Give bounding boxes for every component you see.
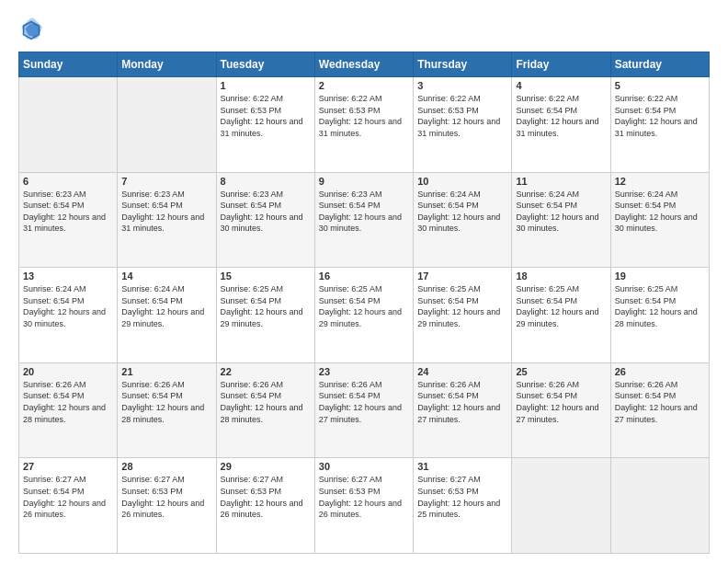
day-info: Sunrise: 6:26 AM Sunset: 6:54 PM Dayligh… xyxy=(319,379,409,425)
day-number: 29 xyxy=(221,461,311,472)
calendar-week-row: 6Sunrise: 6:23 AM Sunset: 6:54 PM Daylig… xyxy=(19,172,710,268)
calendar-cell: 25Sunrise: 6:26 AM Sunset: 6:54 PM Dayli… xyxy=(512,362,610,458)
day-info: Sunrise: 6:26 AM Sunset: 6:54 PM Dayligh… xyxy=(221,379,311,425)
day-number: 2 xyxy=(319,80,409,91)
day-number: 4 xyxy=(516,80,606,91)
calendar-cell: 2Sunrise: 6:22 AM Sunset: 6:53 PM Daylig… xyxy=(314,77,413,173)
calendar-cell: 28Sunrise: 6:27 AM Sunset: 6:53 PM Dayli… xyxy=(118,458,216,554)
calendar-cell: 10Sunrise: 6:24 AM Sunset: 6:54 PM Dayli… xyxy=(414,172,512,268)
calendar-cell: 21Sunrise: 6:26 AM Sunset: 6:54 PM Dayli… xyxy=(118,362,216,458)
day-info: Sunrise: 6:23 AM Sunset: 6:54 PM Dayligh… xyxy=(23,189,113,235)
day-info: Sunrise: 6:23 AM Sunset: 6:54 PM Dayligh… xyxy=(319,189,409,235)
day-info: Sunrise: 6:27 AM Sunset: 6:53 PM Dayligh… xyxy=(221,474,311,520)
day-info: Sunrise: 6:23 AM Sunset: 6:54 PM Dayligh… xyxy=(221,189,311,235)
day-info: Sunrise: 6:26 AM Sunset: 6:54 PM Dayligh… xyxy=(615,379,705,425)
day-number: 9 xyxy=(319,176,409,187)
calendar-cell: 14Sunrise: 6:24 AM Sunset: 6:54 PM Dayli… xyxy=(118,268,216,363)
day-info: Sunrise: 6:25 AM Sunset: 6:54 PM Dayligh… xyxy=(417,283,507,329)
logo-icon xyxy=(18,17,44,42)
calendar-cell: 8Sunrise: 6:23 AM Sunset: 6:54 PM Daylig… xyxy=(216,172,314,268)
day-number: 17 xyxy=(417,270,507,282)
day-of-week-header: Wednesday xyxy=(314,52,413,77)
day-number: 22 xyxy=(221,366,311,377)
calendar-cell xyxy=(118,77,216,173)
calendar-cell: 18Sunrise: 6:25 AM Sunset: 6:54 PM Dayli… xyxy=(512,268,610,363)
day-number: 7 xyxy=(121,176,211,187)
day-info: Sunrise: 6:24 AM Sunset: 6:54 PM Dayligh… xyxy=(121,283,211,329)
day-number: 15 xyxy=(221,270,311,282)
day-info: Sunrise: 6:22 AM Sunset: 6:53 PM Dayligh… xyxy=(319,93,409,139)
calendar: SundayMondayTuesdayWednesdayThursdayFrid… xyxy=(18,52,710,554)
day-number: 30 xyxy=(319,461,409,472)
page: SundayMondayTuesdayWednesdayThursdayFrid… xyxy=(0,0,728,563)
calendar-cell: 20Sunrise: 6:26 AM Sunset: 6:54 PM Dayli… xyxy=(19,362,118,458)
day-info: Sunrise: 6:24 AM Sunset: 6:54 PM Dayligh… xyxy=(417,189,507,235)
day-of-week-header: Saturday xyxy=(610,52,709,77)
calendar-cell: 3Sunrise: 6:22 AM Sunset: 6:53 PM Daylig… xyxy=(414,77,512,173)
header xyxy=(18,17,710,42)
day-info: Sunrise: 6:26 AM Sunset: 6:54 PM Dayligh… xyxy=(23,379,113,425)
day-info: Sunrise: 6:23 AM Sunset: 6:54 PM Dayligh… xyxy=(121,189,211,235)
day-info: Sunrise: 6:25 AM Sunset: 6:54 PM Dayligh… xyxy=(516,283,606,329)
day-info: Sunrise: 6:27 AM Sunset: 6:54 PM Dayligh… xyxy=(23,474,113,520)
day-info: Sunrise: 6:22 AM Sunset: 6:54 PM Dayligh… xyxy=(615,93,705,139)
day-number: 11 xyxy=(516,176,606,187)
day-info: Sunrise: 6:27 AM Sunset: 6:53 PM Dayligh… xyxy=(121,474,211,520)
day-number: 10 xyxy=(417,176,507,187)
day-number: 19 xyxy=(615,270,705,282)
calendar-cell: 30Sunrise: 6:27 AM Sunset: 6:53 PM Dayli… xyxy=(314,458,413,554)
calendar-cell xyxy=(19,77,118,173)
calendar-cell: 23Sunrise: 6:26 AM Sunset: 6:54 PM Dayli… xyxy=(314,362,413,458)
day-number: 12 xyxy=(615,176,705,187)
day-info: Sunrise: 6:25 AM Sunset: 6:54 PM Dayligh… xyxy=(615,283,705,329)
calendar-cell: 9Sunrise: 6:23 AM Sunset: 6:54 PM Daylig… xyxy=(314,172,413,268)
calendar-cell xyxy=(610,458,709,554)
day-info: Sunrise: 6:24 AM Sunset: 6:54 PM Dayligh… xyxy=(23,283,113,329)
day-number: 5 xyxy=(615,80,705,91)
calendar-week-row: 13Sunrise: 6:24 AM Sunset: 6:54 PM Dayli… xyxy=(19,268,710,363)
calendar-cell: 29Sunrise: 6:27 AM Sunset: 6:53 PM Dayli… xyxy=(216,458,314,554)
day-info: Sunrise: 6:26 AM Sunset: 6:54 PM Dayligh… xyxy=(417,379,507,425)
day-number: 27 xyxy=(23,461,113,472)
day-of-week-header: Monday xyxy=(118,52,216,77)
day-of-week-header: Sunday xyxy=(19,52,118,77)
day-info: Sunrise: 6:22 AM Sunset: 6:53 PM Dayligh… xyxy=(221,93,311,139)
day-number: 14 xyxy=(121,270,211,282)
calendar-week-row: 20Sunrise: 6:26 AM Sunset: 6:54 PM Dayli… xyxy=(19,362,710,458)
calendar-cell: 24Sunrise: 6:26 AM Sunset: 6:54 PM Dayli… xyxy=(414,362,512,458)
day-number: 18 xyxy=(516,270,606,282)
calendar-cell: 11Sunrise: 6:24 AM Sunset: 6:54 PM Dayli… xyxy=(512,172,610,268)
day-number: 25 xyxy=(516,366,606,377)
day-info: Sunrise: 6:25 AM Sunset: 6:54 PM Dayligh… xyxy=(319,283,409,329)
calendar-cell: 12Sunrise: 6:24 AM Sunset: 6:54 PM Dayli… xyxy=(610,172,709,268)
calendar-cell: 6Sunrise: 6:23 AM Sunset: 6:54 PM Daylig… xyxy=(19,172,118,268)
calendar-cell: 15Sunrise: 6:25 AM Sunset: 6:54 PM Dayli… xyxy=(216,268,314,363)
day-of-week-header: Tuesday xyxy=(216,52,314,77)
calendar-cell: 4Sunrise: 6:22 AM Sunset: 6:54 PM Daylig… xyxy=(512,77,610,173)
day-number: 13 xyxy=(23,270,113,282)
calendar-header-row: SundayMondayTuesdayWednesdayThursdayFrid… xyxy=(19,52,710,77)
calendar-cell: 7Sunrise: 6:23 AM Sunset: 6:54 PM Daylig… xyxy=(118,172,216,268)
calendar-week-row: 1Sunrise: 6:22 AM Sunset: 6:53 PM Daylig… xyxy=(19,77,710,173)
day-info: Sunrise: 6:26 AM Sunset: 6:54 PM Dayligh… xyxy=(121,379,211,425)
day-info: Sunrise: 6:26 AM Sunset: 6:54 PM Dayligh… xyxy=(516,379,606,425)
calendar-cell: 27Sunrise: 6:27 AM Sunset: 6:54 PM Dayli… xyxy=(19,458,118,554)
day-info: Sunrise: 6:22 AM Sunset: 6:54 PM Dayligh… xyxy=(516,93,606,139)
day-number: 20 xyxy=(23,366,113,377)
day-info: Sunrise: 6:25 AM Sunset: 6:54 PM Dayligh… xyxy=(221,283,311,329)
day-info: Sunrise: 6:24 AM Sunset: 6:54 PM Dayligh… xyxy=(615,189,705,235)
calendar-cell: 26Sunrise: 6:26 AM Sunset: 6:54 PM Dayli… xyxy=(610,362,709,458)
day-number: 8 xyxy=(221,176,311,187)
calendar-cell: 22Sunrise: 6:26 AM Sunset: 6:54 PM Dayli… xyxy=(216,362,314,458)
day-number: 21 xyxy=(121,366,211,377)
calendar-cell: 16Sunrise: 6:25 AM Sunset: 6:54 PM Dayli… xyxy=(314,268,413,363)
calendar-cell: 31Sunrise: 6:27 AM Sunset: 6:53 PM Dayli… xyxy=(414,458,512,554)
calendar-week-row: 27Sunrise: 6:27 AM Sunset: 6:54 PM Dayli… xyxy=(19,458,710,554)
day-number: 16 xyxy=(319,270,409,282)
calendar-cell: 1Sunrise: 6:22 AM Sunset: 6:53 PM Daylig… xyxy=(216,77,314,173)
calendar-cell: 5Sunrise: 6:22 AM Sunset: 6:54 PM Daylig… xyxy=(610,77,709,173)
day-number: 28 xyxy=(121,461,211,472)
day-info: Sunrise: 6:27 AM Sunset: 6:53 PM Dayligh… xyxy=(417,474,507,520)
calendar-cell: 13Sunrise: 6:24 AM Sunset: 6:54 PM Dayli… xyxy=(19,268,118,363)
day-of-week-header: Friday xyxy=(512,52,610,77)
